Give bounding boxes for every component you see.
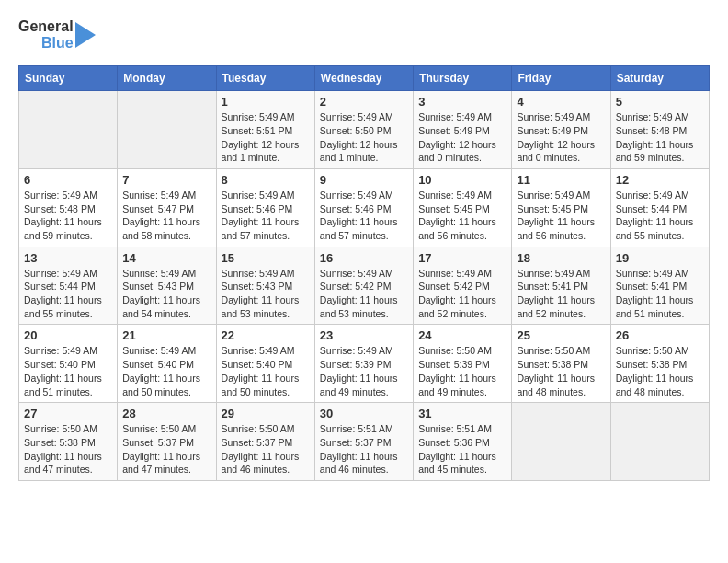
column-header-tuesday: Tuesday xyxy=(216,66,314,91)
day-info: Sunrise: 5:49 AM Sunset: 5:49 PM Dayligh… xyxy=(517,110,605,165)
calendar-cell xyxy=(118,91,216,169)
day-number: 26 xyxy=(616,328,704,342)
day-info: Sunrise: 5:49 AM Sunset: 5:49 PM Dayligh… xyxy=(418,110,506,165)
day-number: 1 xyxy=(222,95,310,109)
calendar-header-row: SundayMondayTuesdayWednesdayThursdayFrid… xyxy=(19,66,710,91)
day-info: Sunrise: 5:49 AM Sunset: 5:46 PM Dayligh… xyxy=(222,189,310,243)
logo-container: General Blue xyxy=(18,18,96,51)
day-info: Sunrise: 5:49 AM Sunset: 5:42 PM Dayligh… xyxy=(418,267,506,321)
day-number: 2 xyxy=(320,95,408,109)
day-number: 18 xyxy=(517,251,605,265)
calendar-cell xyxy=(610,403,709,481)
day-info: Sunrise: 5:49 AM Sunset: 5:40 PM Dayligh… xyxy=(24,344,112,398)
calendar-cell: 4Sunrise: 5:49 AM Sunset: 5:49 PM Daylig… xyxy=(512,91,610,169)
day-number: 30 xyxy=(320,407,408,420)
day-info: Sunrise: 5:49 AM Sunset: 5:48 PM Dayligh… xyxy=(616,110,704,165)
day-info: Sunrise: 5:49 AM Sunset: 5:41 PM Dayligh… xyxy=(517,267,605,321)
calendar-cell: 13Sunrise: 5:49 AM Sunset: 5:44 PM Dayli… xyxy=(19,247,118,325)
day-info: Sunrise: 5:49 AM Sunset: 5:40 PM Dayligh… xyxy=(222,344,310,398)
calendar-cell xyxy=(512,403,610,481)
calendar-cell: 1Sunrise: 5:49 AM Sunset: 5:51 PM Daylig… xyxy=(216,91,314,169)
column-header-monday: Monday xyxy=(118,66,216,91)
day-number: 19 xyxy=(616,251,704,265)
calendar-cell xyxy=(19,91,118,169)
calendar-cell: 24Sunrise: 5:50 AM Sunset: 5:39 PM Dayli… xyxy=(414,325,512,403)
day-number: 9 xyxy=(320,173,408,187)
calendar-cell: 5Sunrise: 5:49 AM Sunset: 5:48 PM Daylig… xyxy=(610,91,709,169)
day-info: Sunrise: 5:50 AM Sunset: 5:37 PM Dayligh… xyxy=(222,422,310,477)
day-number: 16 xyxy=(320,251,408,265)
day-info: Sunrise: 5:50 AM Sunset: 5:38 PM Dayligh… xyxy=(616,344,704,398)
calendar-cell: 9Sunrise: 5:49 AM Sunset: 5:46 PM Daylig… xyxy=(314,168,413,247)
calendar-cell: 18Sunrise: 5:49 AM Sunset: 5:41 PM Dayli… xyxy=(512,247,610,325)
day-number: 20 xyxy=(24,328,112,342)
day-number: 31 xyxy=(418,407,506,420)
column-header-saturday: Saturday xyxy=(610,66,709,91)
day-number: 15 xyxy=(222,251,310,265)
calendar-cell: 10Sunrise: 5:49 AM Sunset: 5:45 PM Dayli… xyxy=(414,168,512,247)
day-info: Sunrise: 5:49 AM Sunset: 5:45 PM Dayligh… xyxy=(418,189,506,243)
calendar-cell: 21Sunrise: 5:49 AM Sunset: 5:40 PM Dayli… xyxy=(118,325,216,403)
day-info: Sunrise: 5:50 AM Sunset: 5:39 PM Dayligh… xyxy=(418,344,506,398)
column-header-wednesday: Wednesday xyxy=(314,66,413,91)
day-info: Sunrise: 5:50 AM Sunset: 5:37 PM Dayligh… xyxy=(122,422,210,477)
day-info: Sunrise: 5:51 AM Sunset: 5:36 PM Dayligh… xyxy=(418,422,506,477)
calendar-cell: 22Sunrise: 5:49 AM Sunset: 5:40 PM Dayli… xyxy=(216,325,314,403)
calendar-cell: 28Sunrise: 5:50 AM Sunset: 5:37 PM Dayli… xyxy=(118,403,216,481)
calendar-cell: 3Sunrise: 5:49 AM Sunset: 5:49 PM Daylig… xyxy=(414,91,512,169)
column-header-thursday: Thursday xyxy=(414,66,512,91)
day-number: 13 xyxy=(24,251,112,265)
calendar-cell: 2Sunrise: 5:49 AM Sunset: 5:50 PM Daylig… xyxy=(314,91,413,169)
calendar-cell: 17Sunrise: 5:49 AM Sunset: 5:42 PM Dayli… xyxy=(414,247,512,325)
day-info: Sunrise: 5:51 AM Sunset: 5:37 PM Dayligh… xyxy=(320,422,408,477)
day-number: 28 xyxy=(122,407,210,420)
calendar-cell: 11Sunrise: 5:49 AM Sunset: 5:45 PM Dayli… xyxy=(512,168,610,247)
day-number: 24 xyxy=(418,328,506,342)
day-info: Sunrise: 5:49 AM Sunset: 5:44 PM Dayligh… xyxy=(24,267,112,321)
day-number: 7 xyxy=(122,173,210,187)
calendar-cell: 30Sunrise: 5:51 AM Sunset: 5:37 PM Dayli… xyxy=(314,403,413,481)
day-info: Sunrise: 5:49 AM Sunset: 5:51 PM Dayligh… xyxy=(222,110,310,165)
column-header-friday: Friday xyxy=(512,66,610,91)
day-info: Sunrise: 5:49 AM Sunset: 5:50 PM Dayligh… xyxy=(320,110,408,165)
day-info: Sunrise: 5:49 AM Sunset: 5:43 PM Dayligh… xyxy=(222,267,310,321)
day-number: 10 xyxy=(418,173,506,187)
day-number: 8 xyxy=(222,173,310,187)
day-number: 23 xyxy=(320,328,408,342)
day-number: 11 xyxy=(517,173,605,187)
calendar-cell: 8Sunrise: 5:49 AM Sunset: 5:46 PM Daylig… xyxy=(216,168,314,247)
day-number: 25 xyxy=(517,328,605,342)
day-info: Sunrise: 5:49 AM Sunset: 5:41 PM Dayligh… xyxy=(616,267,704,321)
day-number: 4 xyxy=(517,95,605,109)
calendar-cell: 25Sunrise: 5:50 AM Sunset: 5:38 PM Dayli… xyxy=(512,325,610,403)
day-info: Sunrise: 5:49 AM Sunset: 5:44 PM Dayligh… xyxy=(616,189,704,243)
calendar-cell: 29Sunrise: 5:50 AM Sunset: 5:37 PM Dayli… xyxy=(216,403,314,481)
calendar-table: SundayMondayTuesdayWednesdayThursdayFrid… xyxy=(18,65,710,481)
logo-chevron-icon xyxy=(75,22,96,48)
day-info: Sunrise: 5:50 AM Sunset: 5:38 PM Dayligh… xyxy=(24,422,112,477)
logo-text-general: General xyxy=(18,18,74,35)
day-info: Sunrise: 5:49 AM Sunset: 5:40 PM Dayligh… xyxy=(122,344,210,398)
calendar-week-4: 20Sunrise: 5:49 AM Sunset: 5:40 PM Dayli… xyxy=(19,325,710,403)
day-info: Sunrise: 5:49 AM Sunset: 5:43 PM Dayligh… xyxy=(122,267,210,321)
day-info: Sunrise: 5:50 AM Sunset: 5:38 PM Dayligh… xyxy=(517,344,605,398)
calendar-week-5: 27Sunrise: 5:50 AM Sunset: 5:38 PM Dayli… xyxy=(19,403,710,481)
day-info: Sunrise: 5:49 AM Sunset: 5:47 PM Dayligh… xyxy=(122,189,210,243)
logo: General Blue xyxy=(18,18,96,51)
day-number: 22 xyxy=(222,328,310,342)
calendar-cell: 14Sunrise: 5:49 AM Sunset: 5:43 PM Dayli… xyxy=(118,247,216,325)
day-number: 6 xyxy=(24,173,112,187)
calendar-cell: 16Sunrise: 5:49 AM Sunset: 5:42 PM Dayli… xyxy=(314,247,413,325)
page-header: General Blue xyxy=(18,18,710,51)
day-number: 17 xyxy=(418,251,506,265)
day-number: 3 xyxy=(418,95,506,109)
day-info: Sunrise: 5:49 AM Sunset: 5:39 PM Dayligh… xyxy=(320,344,408,398)
day-info: Sunrise: 5:49 AM Sunset: 5:45 PM Dayligh… xyxy=(517,189,605,243)
column-header-sunday: Sunday xyxy=(19,66,118,91)
day-info: Sunrise: 5:49 AM Sunset: 5:48 PM Dayligh… xyxy=(24,189,112,243)
day-number: 5 xyxy=(616,95,704,109)
calendar-week-2: 6Sunrise: 5:49 AM Sunset: 5:48 PM Daylig… xyxy=(19,168,710,247)
day-number: 12 xyxy=(616,173,704,187)
day-info: Sunrise: 5:49 AM Sunset: 5:46 PM Dayligh… xyxy=(320,189,408,243)
day-number: 14 xyxy=(122,251,210,265)
